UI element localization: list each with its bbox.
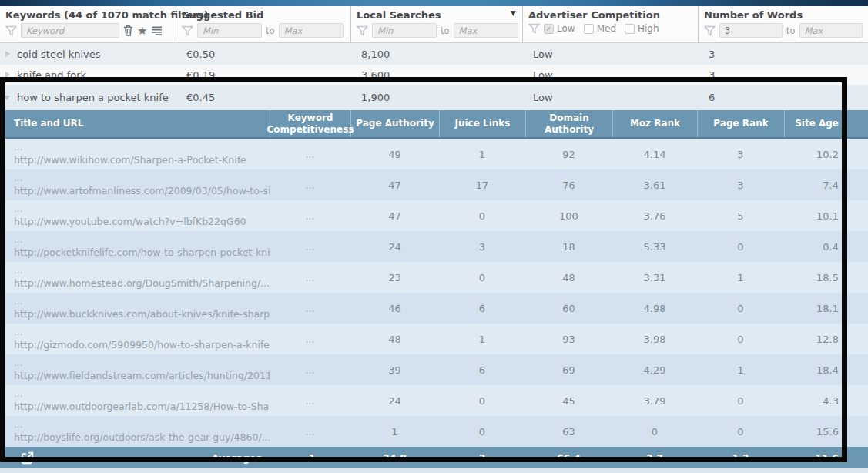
filter-funnel-icon[interactable] bbox=[5, 25, 17, 36]
serp-result-row: ...http://gizmodo.com/5909950/how-to-sha… bbox=[0, 324, 868, 354]
avg-moz-rank-value: 3.7 bbox=[612, 447, 697, 468]
page-authority-value: 46 bbox=[350, 293, 439, 324]
keyword-row-expanded[interactable]: how to sharpen a pocket knife €0.45 1,90… bbox=[0, 85, 868, 110]
keywords-column-header[interactable]: Keywords (44 of 1070 match filters) bbox=[5, 9, 171, 21]
kc-value[interactable]: ... bbox=[270, 416, 350, 447]
page-rank-value: 3 bbox=[697, 169, 784, 200]
result-url-link[interactable]: http://www.buckknives.com/about-knives/k… bbox=[14, 308, 270, 320]
result-title: ... bbox=[14, 390, 270, 398]
serp-result-row: ...http://www.youtube.com/watch?v=lbfKb2… bbox=[0, 200, 868, 231]
competition-value: Low bbox=[522, 69, 698, 81]
kc-value[interactable]: ... bbox=[270, 139, 350, 169]
juice-links-value: 6 bbox=[439, 354, 525, 385]
site-age-value: 18.4 bbox=[784, 354, 868, 385]
page-authority-value: 23 bbox=[350, 262, 439, 293]
kc-value[interactable]: ... bbox=[270, 324, 350, 354]
competition-value: Low bbox=[522, 49, 698, 60]
filter-funnel-icon[interactable] bbox=[528, 23, 540, 34]
result-url-link[interactable]: http://boyslife.org/outdoors/ask-the-gea… bbox=[14, 431, 270, 443]
juice-links-value: 3 bbox=[439, 231, 525, 262]
serp-result-row: ...http://www.wikihow.com/Sharpen-a-Pock… bbox=[0, 139, 868, 169]
favorite-star-icon[interactable]: ★ bbox=[137, 25, 147, 36]
kc-value[interactable]: ... bbox=[270, 385, 350, 416]
keyword-filter-input[interactable] bbox=[21, 23, 119, 38]
expand-arrow-icon[interactable] bbox=[5, 72, 10, 78]
header-site-age[interactable]: Site Age bbox=[784, 110, 868, 137]
domain-authority-value: 48 bbox=[525, 262, 612, 293]
domain-authority-value: 76 bbox=[525, 169, 612, 200]
avg-kc-value: -1 bbox=[270, 447, 350, 468]
juice-links-value: 0 bbox=[439, 262, 525, 293]
serp-result-row: ...http://www.homestead.org/DougSmith/Sh… bbox=[0, 262, 868, 293]
kc-value[interactable]: ... bbox=[270, 262, 350, 293]
kc-value[interactable]: ... bbox=[270, 169, 350, 200]
result-url-link[interactable]: http://www.homestead.org/DougSmith/Sharp… bbox=[14, 277, 270, 289]
juice-links-value: 1 bbox=[439, 324, 525, 354]
expand-arrow-icon[interactable] bbox=[5, 51, 10, 57]
kc-value[interactable]: ... bbox=[270, 293, 350, 324]
window-titlebar bbox=[0, 0, 868, 6]
page-authority-value: 49 bbox=[350, 139, 439, 169]
number-of-words-column-header[interactable]: Number of Words bbox=[704, 9, 863, 21]
bottom-strip bbox=[0, 468, 868, 473]
result-title: ... bbox=[14, 297, 270, 306]
serp-result-row: ...http://www.artofmanliness.com/2009/03… bbox=[0, 169, 868, 200]
header-title-and-url[interactable]: Title and URL bbox=[0, 110, 270, 137]
column-suggested-bid: Suggested Bid to bbox=[176, 6, 350, 42]
searches-max-input[interactable] bbox=[454, 23, 518, 38]
bid-value: €0.45 bbox=[176, 92, 350, 103]
header-domain-authority[interactable]: Domain Authority bbox=[525, 110, 612, 137]
kc-value[interactable]: ... bbox=[270, 354, 350, 385]
suggested-bid-column-header[interactable]: Suggested Bid bbox=[182, 9, 346, 21]
competition-low-checkbox[interactable]: ✓ Low bbox=[544, 23, 575, 34]
kc-value[interactable]: ... bbox=[270, 200, 350, 231]
site-age-value: 18.5 bbox=[784, 262, 868, 293]
external-link-icon[interactable] bbox=[20, 451, 35, 465]
advertiser-competition-column-header[interactable]: Advertiser Competition bbox=[528, 9, 693, 21]
searches-min-input[interactable] bbox=[372, 23, 437, 38]
column-menu-dropdown-icon[interactable]: ▼ bbox=[511, 9, 516, 17]
filter-funnel-icon[interactable] bbox=[357, 25, 368, 36]
result-url-link[interactable]: http://www.fieldandstream.com/articles/h… bbox=[14, 370, 270, 381]
result-url-link[interactable]: http://www.wikihow.com/Sharpen-a-Pocket-… bbox=[14, 154, 270, 166]
page-authority-value: 48 bbox=[350, 324, 439, 354]
page-rank-value: 0 bbox=[697, 416, 784, 447]
filter-funnel-icon[interactable] bbox=[704, 25, 716, 36]
result-url-link[interactable]: http://pocketknifelife.com/how-to-sharpe… bbox=[14, 247, 270, 258]
avg-page-rank-value: 1.3 bbox=[697, 447, 784, 468]
header-page-rank[interactable]: Page Rank bbox=[697, 110, 784, 137]
domain-authority-value: 100 bbox=[525, 200, 612, 231]
competition-med-checkbox[interactable]: Med bbox=[584, 23, 616, 34]
collapse-arrow-icon[interactable] bbox=[4, 96, 10, 100]
header-juice-links[interactable]: Juice Links bbox=[439, 110, 525, 137]
local-searches-column-header[interactable]: Local Searches bbox=[357, 9, 518, 21]
bid-max-input[interactable] bbox=[279, 23, 344, 38]
page-rank-value: 5 bbox=[697, 200, 784, 231]
result-url-link[interactable]: http://gizmodo.com/5909950/how-to-sharpe… bbox=[14, 339, 270, 351]
result-url-link[interactable]: http://www.youtube.com/watch?v=lbfKb22qG… bbox=[14, 216, 270, 227]
header-keyword-competitiveness[interactable]: Keyword Competitiveness bbox=[270, 110, 350, 137]
page-rank-value: 1 bbox=[697, 262, 784, 293]
bid-min-input[interactable] bbox=[197, 23, 262, 38]
words-max-input[interactable] bbox=[799, 23, 863, 38]
competition-value: Low bbox=[522, 92, 698, 103]
header-moz-rank[interactable]: Moz Rank bbox=[612, 110, 697, 137]
kc-value[interactable]: ... bbox=[270, 231, 350, 262]
juice-links-value: 1 bbox=[439, 139, 525, 169]
keyword-row[interactable]: cold steel knives €0.50 8,100 Low 3 bbox=[0, 43, 868, 65]
result-url-link[interactable]: http://www.artofmanliness.com/2009/03/05… bbox=[14, 185, 270, 196]
keyword-row[interactable]: knife and fork €0.19 3,600 Low 3 bbox=[0, 65, 868, 85]
competition-high-checkbox[interactable]: High bbox=[625, 23, 659, 34]
filter-funnel-icon[interactable] bbox=[182, 25, 193, 36]
result-title: ... bbox=[14, 328, 270, 337]
serp-result-row: ...http://pocketknifelife.com/how-to-sha… bbox=[0, 231, 868, 262]
detail-table-header: Title and URL Keyword Competitiveness Pa… bbox=[0, 110, 868, 139]
words-min-input[interactable] bbox=[719, 23, 783, 38]
header-page-authority[interactable]: Page Authority bbox=[350, 110, 439, 137]
domain-authority-value: 63 bbox=[525, 416, 612, 447]
result-url-link[interactable]: http://www.outdoorgearlab.com/a/11258/Ho… bbox=[14, 401, 270, 412]
notes-list-icon[interactable] bbox=[151, 25, 163, 35]
juice-links-value: 0 bbox=[439, 200, 525, 231]
avg-juice-links-value: 3 bbox=[439, 447, 525, 468]
trash-icon[interactable] bbox=[123, 25, 133, 36]
